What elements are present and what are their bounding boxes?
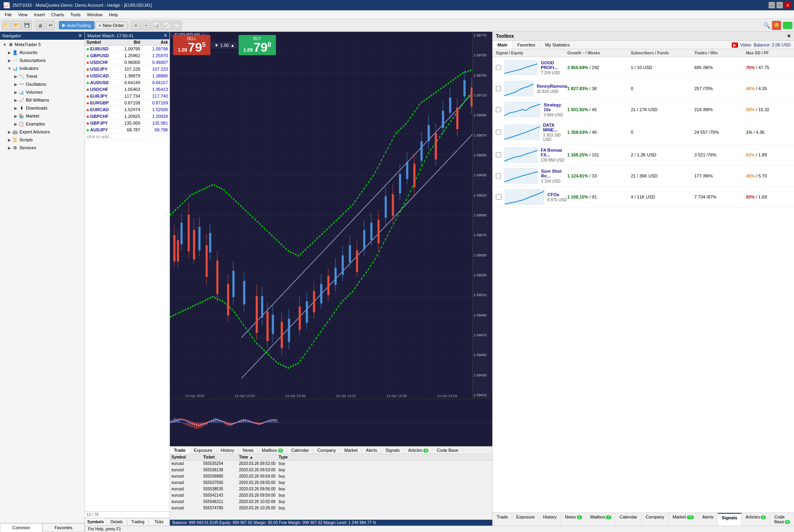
signal-row[interactable]: Sure Shot Re... 3 194 USD 1 124.81% / 33… xyxy=(493,166,794,187)
tt-tab-history[interactable]: History xyxy=(217,447,239,454)
list-item[interactable]: AUDUSD 0.64149 0.64157 xyxy=(85,79,170,86)
signal-checkbox[interactable] xyxy=(496,173,501,179)
undo-icon[interactable]: ↩ xyxy=(46,21,55,30)
signal-row[interactable]: CFOa 6 970 USD 1 108.15% / 91 4 / 11K US… xyxy=(493,187,794,208)
list-item[interactable]: USDJPY 107.228 107.233 xyxy=(85,66,170,73)
tb-bottom-tab-articles[interactable]: Articles6 xyxy=(742,513,770,526)
search-icon[interactable]: 🔍 xyxy=(763,22,770,29)
tb-bottom-tab-history[interactable]: History xyxy=(539,513,561,526)
open-icon[interactable]: 📂 xyxy=(12,21,21,30)
tb-bottom-tab-calendar[interactable]: Calendar xyxy=(616,513,642,526)
minimize-button[interactable]: — xyxy=(769,2,775,8)
table-row[interactable]: eurusd5555747802020.03.26 10:26:00buy xyxy=(170,505,492,511)
tb-bottom-tab-codebase[interactable]: Code Base6 xyxy=(770,513,794,526)
navigator-close-icon[interactable]: ✕ xyxy=(78,33,82,39)
signal-row[interactable]: Strategy 10x 3 669 USD 1 501.92% / 45 21… xyxy=(493,99,794,120)
signal-row[interactable]: GOOD PROFI... 7 259 USD 3 955.69% / 292 … xyxy=(493,57,794,78)
menu-file[interactable]: File xyxy=(2,12,15,18)
lot-selector[interactable]: ▼ 1.00 ▲ xyxy=(211,42,238,48)
tt-tab-calendar[interactable]: Calendar xyxy=(287,447,314,454)
table-row[interactable]: eurusd5555385352020.03.26 09:56:00buy xyxy=(170,486,492,492)
save-icon[interactable]: 💾 xyxy=(22,21,32,30)
tt-tab-alerts[interactable]: Alerts xyxy=(362,447,382,454)
tt-tab-codebase[interactable]: Code Base xyxy=(433,447,463,454)
nav-examples[interactable]: ▶ 📋 Examples xyxy=(1,120,84,128)
nav-subscriptions[interactable]: ▶ 📨 Subscriptions xyxy=(1,56,84,64)
tt-tab-exposure[interactable]: Exposure xyxy=(190,447,216,454)
list-item[interactable]: USDCHF 0.96000 0.96007 xyxy=(85,59,170,66)
tb-bottom-tab-company[interactable]: Company xyxy=(642,513,669,526)
toolbox-tab-favorites[interactable]: Favorites xyxy=(513,41,540,49)
tb-bottom-tab-market[interactable]: Market77 xyxy=(669,513,698,526)
menu-view[interactable]: View xyxy=(15,12,31,18)
nav-expert-advisors[interactable]: ▶ 🤖 Expert Advisors xyxy=(1,128,84,136)
nav-volumes[interactable]: ▶ 📊 Volumes xyxy=(1,88,84,96)
signal-checkbox[interactable] xyxy=(496,86,501,91)
chart-type-icon[interactable]: 📊 xyxy=(152,21,161,30)
buy-box[interactable]: BUY 1.09 798 xyxy=(239,35,276,55)
list-item[interactable]: GBPCHF 1.20925 1.20939 xyxy=(85,113,170,120)
table-row[interactable]: eurusd5555375502020.03.26 09:55:00buy xyxy=(170,480,492,486)
table-row[interactable]: eurusd5555361382020.03.26 09:53:00buy xyxy=(170,467,492,473)
menu-charts[interactable]: Charts xyxy=(48,12,67,18)
list-item[interactable]: EURJPY 117.734 117.740 xyxy=(85,93,170,100)
table-row[interactable]: eurusd5555463112020.03.26 10:02:06buy xyxy=(170,499,492,505)
mw-tab-symbols[interactable]: Symbols xyxy=(85,518,106,526)
youtube-icon[interactable]: ▶ xyxy=(732,42,738,48)
list-item[interactable]: USDCAD 1.38879 1.38886 xyxy=(85,73,170,79)
tt-tab-trade[interactable]: Trade xyxy=(170,447,190,454)
table-row[interactable]: eurusd5555352542020.03.26 09:52:00buy xyxy=(170,461,492,467)
list-item[interactable]: GBPUSD 1.25962 1.25970 xyxy=(85,52,170,59)
list-item[interactable]: USDCHF 1.05403 1.05413 xyxy=(85,86,170,93)
tb-bottom-tab-news[interactable]: News2 xyxy=(561,513,586,526)
nav-indicators[interactable]: ▼ 📊 Indicators xyxy=(1,64,84,72)
indicator-icon[interactable]: 📈 xyxy=(162,21,172,30)
signal-checkbox[interactable] xyxy=(496,65,501,70)
nav-tab-common[interactable]: Common xyxy=(0,523,42,532)
tt-tab-market[interactable]: Market xyxy=(340,447,362,454)
signal-row[interactable]: RennyRamona 32 826 USD 1 827.83% / 38 0 … xyxy=(493,78,794,99)
print-icon[interactable]: 🖨 xyxy=(35,21,45,30)
tb-bottom-tab-exposure[interactable]: Exposure xyxy=(512,513,539,526)
tt-tab-signals[interactable]: Signals xyxy=(382,447,404,454)
nav-market[interactable]: ▶ 🏪 Market xyxy=(1,112,84,120)
table-row[interactable]: eurusd5555421432020.03.26 09:59:00buy xyxy=(170,492,492,499)
maximize-button[interactable]: □ xyxy=(777,2,783,8)
close-button[interactable]: ✕ xyxy=(784,2,791,8)
account-icon[interactable]: 😊 xyxy=(772,21,781,30)
new-chart-icon[interactable]: 📁 xyxy=(2,21,11,30)
signal-checkbox[interactable] xyxy=(496,107,501,112)
tt-tab-news[interactable]: News xyxy=(239,447,258,454)
nav-services[interactable]: ▶ ⚙ Services xyxy=(1,144,84,152)
tb-bottom-tab-trade[interactable]: Trade xyxy=(493,513,512,526)
nav-scripts[interactable]: ▶ 📜 Scripts xyxy=(1,136,84,144)
signal-checkbox[interactable] xyxy=(496,194,501,200)
toolbox-tab-main[interactable]: Main xyxy=(493,41,513,49)
list-item[interactable]: click to add... xyxy=(85,133,170,140)
menu-insert[interactable]: Insert xyxy=(31,12,48,18)
nav-root[interactable]: ▼ 🖥 MetaTrader 5 xyxy=(1,40,84,48)
zoom-out-icon[interactable]: − xyxy=(141,21,151,30)
signal-row[interactable]: DATA MINE... 3 303 180 USD 1 358.63% / 4… xyxy=(493,120,794,145)
nav-bill-williams[interactable]: ▶ 📈 Bill Williams xyxy=(1,96,84,104)
signal-checkbox[interactable] xyxy=(496,152,501,158)
toolbox-tab-statistics[interactable]: My Statistics xyxy=(540,41,575,49)
list-item[interactable]: GBPJPY 135.069 135.081 xyxy=(85,120,170,127)
market-watch-close-icon[interactable]: ✕ xyxy=(164,33,167,38)
tt-tab-mailbox[interactable]: Mailbox6 xyxy=(258,447,287,454)
signal-row[interactable]: FA Bonsai FX... 139 850 USD 1 168.25% / … xyxy=(493,145,794,166)
tb-bottom-tab-signals[interactable]: Signals xyxy=(718,513,742,526)
list-item[interactable]: AUDJPY 68.787 68.796 xyxy=(85,127,170,133)
new-order-button[interactable]: + New Order xyxy=(95,21,128,29)
signal-checkbox[interactable] xyxy=(496,129,501,135)
toolbox-close-icon[interactable]: ✕ xyxy=(787,33,791,39)
table-row[interactable]: eurusd5555368802020.03.26 09:54:00buy xyxy=(170,473,492,480)
list-item[interactable]: EURGBP 0.87158 0.87169 xyxy=(85,100,170,106)
nav-tab-favorites[interactable]: Favorites xyxy=(42,523,85,532)
period-icon[interactable]: 🕐 xyxy=(172,21,182,30)
mw-tab-trading[interactable]: Trading xyxy=(127,518,148,526)
tb-bottom-tab-alerts[interactable]: Alerts xyxy=(698,513,718,526)
list-item[interactable]: EURUSD 1.09795 1.09798 xyxy=(85,46,170,52)
nav-trend[interactable]: ▶ 📉 Trend xyxy=(1,72,84,80)
menu-window[interactable]: Window xyxy=(84,12,106,18)
